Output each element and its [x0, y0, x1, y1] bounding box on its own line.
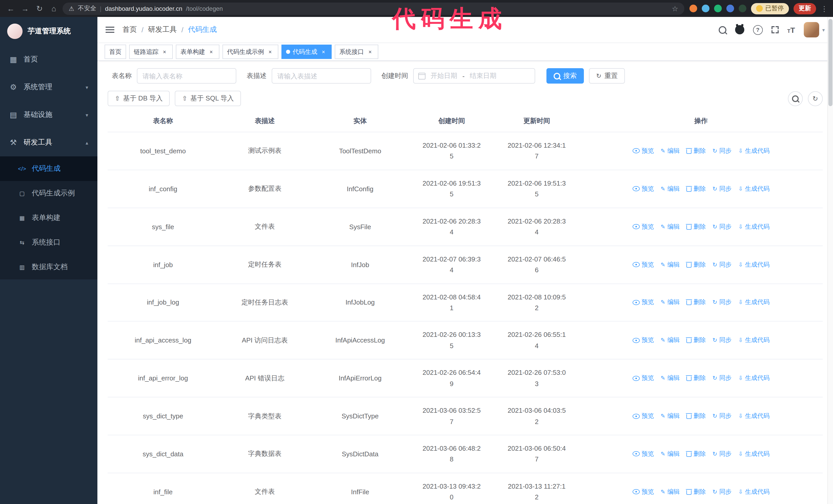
generate-code-link[interactable]: ⇩生成代码 [738, 298, 769, 307]
hamburger-icon[interactable] [105, 29, 114, 30]
sidebar-item-system-api[interactable]: ⇆ 系统接口 [0, 230, 97, 255]
tab-system-api[interactable]: 系统接口 × [335, 45, 378, 59]
generate-code-link[interactable]: ⇩生成代码 [738, 222, 769, 231]
delete-link[interactable]: 删除 [686, 222, 706, 231]
extension-icon[interactable] [702, 5, 710, 12]
tab-tracing[interactable]: 链路追踪 × [129, 45, 173, 59]
sidebar-item-home[interactable]: ▦ 首页 [0, 46, 97, 73]
date-range-picker[interactable]: 开始日期 - 结束日期 [413, 68, 535, 83]
generate-code-link[interactable]: ⇩生成代码 [738, 336, 769, 345]
delete-link[interactable]: 删除 [686, 487, 706, 496]
browser-forward-icon[interactable]: → [20, 4, 31, 13]
generate-code-link[interactable]: ⇩生成代码 [738, 487, 769, 496]
fullscreen-icon[interactable] [771, 26, 779, 33]
tab-codegen-example[interactable]: 代码生成示例 × [222, 45, 278, 59]
browser-back-icon[interactable]: ← [5, 4, 17, 13]
delete-link[interactable]: 删除 [686, 450, 706, 458]
sync-link[interactable]: ↻同步 [713, 222, 732, 231]
delete-link[interactable]: 删除 [686, 298, 706, 307]
preview-link[interactable]: 预览 [632, 260, 654, 269]
preview-link[interactable]: 预览 [632, 374, 654, 383]
sync-link[interactable]: ↻同步 [713, 336, 732, 345]
app-logo[interactable]: 芋道管理系统 [0, 17, 97, 46]
generate-code-link[interactable]: ⇩生成代码 [738, 147, 769, 155]
browser-update-button[interactable]: 更新 [793, 3, 816, 14]
browser-reload-icon[interactable]: ↻ [34, 4, 45, 13]
close-icon[interactable]: × [366, 48, 374, 55]
sync-link[interactable]: ↻同步 [713, 412, 732, 421]
search-icon[interactable] [718, 26, 726, 33]
tab-home[interactable]: 首页 [104, 45, 126, 59]
preview-link[interactable]: 预览 [632, 336, 654, 345]
preview-link[interactable]: 预览 [632, 450, 654, 458]
browser-home-icon[interactable]: ⌂ [48, 4, 60, 13]
import-sql-button[interactable]: ⇧ 基于 SQL 导入 [175, 91, 241, 106]
sync-paused-chip[interactable]: 已暂停 [751, 3, 789, 14]
sync-link[interactable]: ↻同步 [713, 185, 732, 193]
sidebar-item-system[interactable]: ⚙ 系统管理 ▾ [0, 73, 97, 101]
delete-link[interactable]: 删除 [686, 336, 706, 345]
sidebar-item-codegen-example[interactable]: ▢ 代码生成示例 [0, 181, 97, 206]
generate-code-link[interactable]: ⇩生成代码 [738, 450, 769, 458]
sync-link[interactable]: ↻同步 [713, 260, 732, 269]
refresh-table-button[interactable]: ↻ [808, 91, 823, 106]
generate-code-link[interactable]: ⇩生成代码 [738, 185, 769, 193]
edit-link[interactable]: ✎编辑 [661, 374, 680, 383]
delete-link[interactable]: 删除 [686, 260, 706, 269]
generate-code-link[interactable]: ⇩生成代码 [738, 412, 769, 421]
extension-icon[interactable] [689, 5, 697, 12]
search-button[interactable]: 搜索 [546, 68, 584, 83]
sidebar-item-codegen[interactable]: </> 代码生成 [0, 157, 97, 181]
extension-icon[interactable] [739, 5, 746, 12]
edit-link[interactable]: ✎编辑 [661, 298, 680, 307]
table-name-input[interactable] [137, 68, 236, 83]
close-icon[interactable]: × [161, 48, 168, 55]
close-icon[interactable]: × [320, 48, 327, 55]
preview-link[interactable]: 预览 [632, 298, 654, 307]
extension-icon[interactable] [727, 5, 734, 12]
toggle-search-button[interactable] [788, 91, 803, 106]
scrollbar-thumb[interactable] [828, 19, 832, 106]
browser-menu-icon[interactable]: ⋮ [821, 4, 828, 13]
generate-code-link[interactable]: ⇩生成代码 [738, 260, 769, 269]
import-db-button[interactable]: ⇧ 基于 DB 导入 [108, 91, 170, 106]
edit-link[interactable]: ✎编辑 [661, 450, 680, 458]
sync-link[interactable]: ↻同步 [713, 374, 732, 383]
preview-link[interactable]: 预览 [632, 185, 654, 193]
tab-form-builder[interactable]: 表单构建 × [176, 45, 219, 59]
sidebar-item-db-doc[interactable]: ▥ 数据库文档 [0, 255, 97, 280]
delete-link[interactable]: 删除 [686, 412, 706, 421]
sidebar-item-form-builder[interactable]: ▦ 表单构建 [0, 206, 97, 230]
delete-link[interactable]: 删除 [686, 185, 706, 193]
delete-link[interactable]: 删除 [686, 147, 706, 155]
edit-link[interactable]: ✎编辑 [661, 260, 680, 269]
sidebar-item-infra[interactable]: ▤ 基础设施 ▾ [0, 101, 97, 129]
delete-link[interactable]: 删除 [686, 374, 706, 383]
preview-link[interactable]: 预览 [632, 412, 654, 421]
edit-link[interactable]: ✎编辑 [661, 336, 680, 345]
table-desc-input[interactable] [272, 68, 371, 83]
bookmark-star-icon[interactable]: ☆ [672, 4, 678, 13]
reset-button[interactable]: ↻ 重置 [589, 68, 625, 83]
user-menu[interactable]: ▾ [804, 22, 825, 38]
sync-link[interactable]: ↻同步 [713, 147, 732, 155]
edit-link[interactable]: ✎编辑 [661, 147, 680, 155]
edit-link[interactable]: ✎编辑 [661, 185, 680, 193]
font-size-icon[interactable]: TT [787, 25, 795, 34]
sidebar-item-dev-tools[interactable]: ⚒ 研发工具 ▴ [0, 129, 97, 157]
preview-link[interactable]: 预览 [632, 147, 654, 155]
tab-codegen[interactable]: 代码生成 × [281, 45, 332, 59]
address-bar[interactable]: ⚠ 不安全 | dashboard.yudao.iocoder.cn/tool/… [63, 2, 684, 15]
sync-link[interactable]: ↻同步 [713, 298, 732, 307]
preview-link[interactable]: 预览 [632, 487, 654, 496]
sync-link[interactable]: ↻同步 [713, 450, 732, 458]
extension-icon[interactable] [714, 5, 722, 12]
edit-link[interactable]: ✎编辑 [661, 222, 680, 231]
sync-link[interactable]: ↻同步 [713, 487, 732, 496]
breadcrumb-home[interactable]: 首页 [122, 25, 137, 34]
close-icon[interactable]: × [208, 48, 215, 55]
preview-link[interactable]: 预览 [632, 222, 654, 231]
github-icon[interactable] [735, 25, 744, 34]
edit-link[interactable]: ✎编辑 [661, 412, 680, 421]
help-icon[interactable]: ? [753, 25, 763, 34]
